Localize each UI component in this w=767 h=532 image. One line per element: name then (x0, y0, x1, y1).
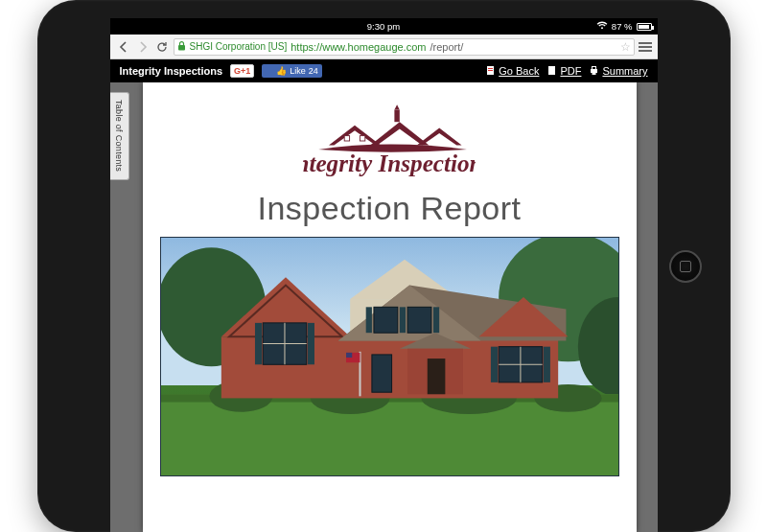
report-brand: Integrity Inspections (120, 65, 223, 77)
address-bar[interactable]: SHGI Corporation [US] https://www.homega… (174, 38, 635, 56)
svg-rect-11 (394, 110, 399, 123)
document-icon (485, 65, 496, 78)
svg-rect-33 (373, 307, 397, 333)
svg-marker-12 (394, 104, 399, 109)
svg-rect-50 (427, 359, 445, 394)
ios-status-bar: 9:30 pm 87 % (110, 18, 658, 35)
browser-toolbar: SHGI Corporation [US] https://www.homega… (110, 35, 658, 59)
back-button[interactable] (116, 39, 131, 55)
facebook-like-button[interactable]: 👍 Like 24 (262, 64, 322, 78)
svg-rect-2 (488, 68, 493, 69)
svg-rect-13 (344, 136, 349, 141)
lock-icon (177, 41, 186, 53)
svg-rect-7 (593, 72, 596, 75)
report-page: Integrity Inspections Inspection Report (143, 82, 637, 532)
home-button[interactable] (669, 250, 702, 283)
svg-rect-34 (407, 307, 431, 333)
forward-button[interactable] (135, 39, 151, 55)
url-path: /report/ (430, 41, 463, 53)
svg-rect-42 (307, 323, 314, 364)
svg-rect-41 (254, 323, 261, 364)
wifi-icon (596, 18, 608, 35)
tablet-frame: 9:30 pm 87 % (37, 0, 731, 532)
pdf-label: PDF (560, 65, 581, 77)
svg-rect-44 (543, 347, 549, 382)
pdf-link[interactable]: PDF (546, 65, 581, 78)
svg-marker-10 (417, 128, 462, 146)
url-host: https://www.homegauge.com (291, 41, 426, 53)
report-viewport: Table of Contents (110, 82, 658, 532)
go-back-link[interactable]: Go Back (485, 65, 539, 78)
company-logo: Integrity Inspections (303, 98, 476, 184)
summary-link[interactable]: Summary (589, 65, 647, 78)
summary-label: Summary (602, 65, 647, 77)
page-title: Inspection Report (258, 190, 522, 227)
svg-rect-45 (365, 307, 371, 333)
logo-text: Integrity Inspections (303, 150, 476, 176)
svg-rect-6 (593, 66, 596, 69)
report-toolbar: Integrity Inspections G+1 👍 Like 24 Go B… (110, 59, 658, 82)
screen: 9:30 pm 87 % (110, 18, 658, 532)
battery-percent: 87 % (612, 18, 633, 35)
svg-rect-47 (432, 307, 438, 333)
browser-menu-button[interactable] (639, 40, 652, 54)
svg-rect-36 (371, 355, 391, 392)
like-label: Like (290, 66, 306, 76)
table-of-contents-tab[interactable]: Table of Contents (110, 92, 129, 180)
bookmark-star-icon[interactable]: ☆ (620, 40, 631, 54)
google-plus-button[interactable]: G+1 (230, 64, 254, 78)
go-back-label: Go Back (499, 65, 539, 77)
like-count: 24 (309, 66, 318, 76)
print-icon (589, 65, 599, 78)
svg-rect-0 (178, 45, 185, 51)
svg-rect-14 (360, 136, 364, 141)
thumb-up-icon: 👍 (276, 66, 287, 76)
reload-button[interactable] (154, 39, 170, 55)
svg-marker-8 (329, 126, 381, 146)
property-photo (160, 237, 619, 476)
svg-marker-9 (370, 122, 429, 145)
status-time: 9:30 pm (367, 18, 400, 35)
svg-rect-43 (490, 347, 497, 382)
ssl-org-label: SHGI Corporation [US] (190, 41, 288, 52)
pdf-icon (546, 65, 557, 78)
svg-rect-46 (399, 307, 405, 333)
battery-icon (637, 23, 652, 31)
svg-rect-4 (548, 66, 555, 75)
svg-rect-53 (346, 353, 352, 358)
svg-rect-3 (488, 70, 493, 71)
